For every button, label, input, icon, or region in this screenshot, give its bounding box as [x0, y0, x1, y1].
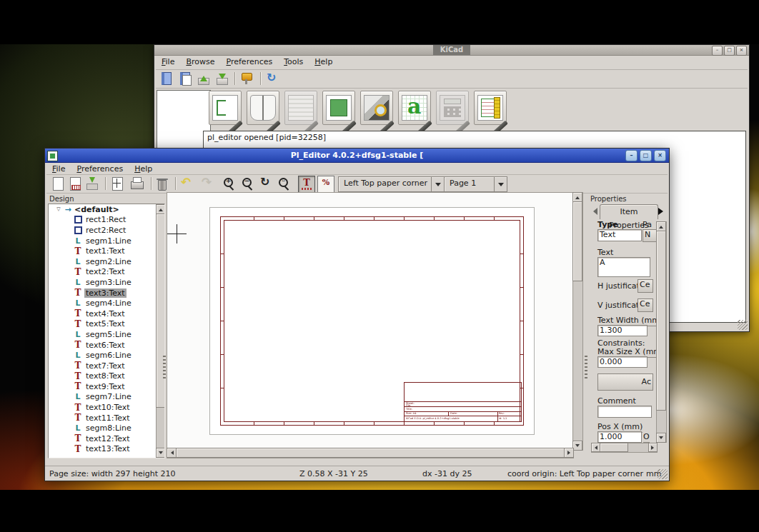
minimize-button[interactable]: – [625, 150, 638, 161]
tree-item[interactable]: text12:Text [49, 433, 164, 444]
tree-item[interactable]: text7:Text [49, 361, 164, 371]
tree-item[interactable]: segm1:Line [49, 236, 164, 246]
tree-item[interactable]: text3:Text [49, 288, 164, 298]
tree-item[interactable]: text8:Text [49, 371, 164, 382]
open-icon[interactable] [67, 176, 83, 191]
coord-origin-combo[interactable]: Left Top paper corner [338, 176, 445, 192]
scroll-right-icon[interactable] [564, 448, 574, 458]
tree-item[interactable]: segm4:Line [49, 298, 164, 308]
menu-item[interactable]: Preferences [71, 163, 129, 175]
design-tree-scrollbar[interactable] [156, 204, 165, 458]
text-mode-toggle[interactable]: T [298, 176, 315, 193]
new-project-icon[interactable] [159, 71, 174, 86]
scrollbar-thumb[interactable] [656, 231, 666, 411]
menu-item[interactable]: File [46, 163, 71, 175]
text-width-field[interactable]: 1.300 [597, 325, 648, 336]
tree-item[interactable]: text10:Text [49, 402, 164, 413]
tree-item[interactable]: segm8:Line [49, 423, 164, 433]
scroll-right-icon[interactable] [648, 443, 658, 452]
print-icon[interactable] [129, 176, 145, 191]
redo-icon[interactable] [200, 176, 216, 191]
unzip-archive-icon[interactable] [214, 71, 230, 86]
tree-item[interactable]: text11:Text [49, 413, 164, 423]
scroll-down-icon[interactable] [572, 441, 582, 451]
menu-item[interactable]: Help [309, 56, 338, 68]
comment-field[interactable] [597, 406, 652, 418]
tree-item[interactable]: text6:Text [49, 340, 164, 351]
zoom-fit-icon[interactable]: ▫ [277, 176, 292, 191]
h-justification-combo[interactable]: Ce [638, 279, 653, 293]
pl-editor-resize-grip[interactable] [658, 469, 668, 479]
new-icon[interactable] [50, 176, 66, 191]
tree-item[interactable]: segm5:Line [49, 329, 164, 340]
tab-scroll-right-icon[interactable] [658, 208, 667, 215]
tree-item[interactable]: segm3:Line [49, 277, 164, 288]
tree-root[interactable]: ▽ → <default> [49, 204, 164, 215]
undo-icon[interactable] [179, 176, 195, 191]
scrollbar-thumb[interactable] [572, 201, 582, 281]
menu-item[interactable]: Help [129, 163, 158, 175]
tree-item[interactable]: text13:Text [49, 444, 164, 455]
expander-icon[interactable]: ▽ [54, 206, 63, 212]
tree-item[interactable]: text2:Text [49, 267, 164, 278]
page-select-combo[interactable]: Page 1 [444, 176, 507, 192]
left-dock-sash[interactable] [163, 356, 166, 378]
accept-button[interactable]: Ac [597, 373, 653, 391]
maximize-button[interactable]: □ [640, 150, 652, 161]
max-size-x-field[interactable]: 0.000 [597, 356, 648, 368]
zip-archive-icon[interactable] [196, 71, 212, 86]
save-icon[interactable] [84, 176, 100, 191]
menu-item[interactable]: Preferences [220, 56, 278, 68]
properties-horizontal-scrollbar[interactable] [591, 443, 658, 453]
drawing-area[interactable]: Sheet: File: Title: Size: A4 Date: Rev: … [167, 192, 574, 449]
scroll-up-icon[interactable] [572, 192, 582, 202]
redraw-icon[interactable] [259, 176, 274, 191]
scrollbar-thumb[interactable] [600, 443, 628, 452]
tab-item-properties[interactable]: Item Properties [600, 204, 658, 219]
tree-item[interactable]: segm2:Line [49, 256, 164, 267]
schematic-library-editor-launcher[interactable] [247, 91, 279, 125]
open-project-icon[interactable] [177, 71, 193, 86]
eeschema-launcher[interactable] [209, 91, 242, 125]
footprint-editor-launcher[interactable] [322, 91, 355, 125]
pcb-calculator-launcher[interactable] [436, 91, 469, 125]
zoom-in-icon[interactable]: + [222, 176, 237, 191]
kicad-titlebar[interactable]: KiCad – □ × [154, 45, 749, 56]
scroll-down-icon[interactable] [156, 448, 165, 458]
maximize-button[interactable]: □ [724, 46, 735, 56]
close-button[interactable]: × [736, 46, 747, 56]
gerbview-launcher[interactable] [360, 91, 393, 125]
tree-item[interactable]: rect2:Rect [49, 225, 164, 236]
design-tree[interactable]: ▽ → <default> rect1:Rect rect2:Rect segm… [48, 204, 165, 458]
scrollbar-thumb[interactable] [156, 214, 165, 408]
type-field[interactable]: Text [597, 229, 642, 241]
page-settings-icon[interactable] [109, 176, 125, 191]
canvas-vertical-scrollbar[interactable] [572, 192, 583, 451]
scroll-up-icon[interactable] [156, 204, 165, 214]
tree-item[interactable]: text5:Text [49, 319, 164, 330]
chevron-down-icon[interactable] [494, 177, 507, 191]
chevron-down-icon[interactable] [431, 177, 444, 191]
tree-item[interactable]: segm7:Line [49, 392, 164, 403]
zoom-out-icon[interactable]: − [240, 176, 256, 191]
close-button[interactable]: × [654, 150, 666, 161]
pcbnew-launcher[interactable] [284, 91, 317, 125]
tree-item[interactable]: text4:Text [49, 308, 164, 319]
pos-x-field[interactable]: 1.000 [597, 431, 642, 443]
canvas-horizontal-scrollbar[interactable] [167, 448, 574, 458]
scrollbar-thumb[interactable] [176, 448, 565, 458]
pl-editor-launcher[interactable] [474, 91, 507, 125]
scroll-down-icon[interactable] [656, 433, 666, 443]
properties-vertical-scrollbar[interactable] [656, 221, 667, 443]
scroll-left-icon[interactable] [167, 448, 177, 458]
bug-report-icon[interactable] [239, 71, 254, 86]
bitmap2component-launcher[interactable] [398, 91, 431, 125]
refresh-icon[interactable] [264, 71, 280, 86]
minimize-button[interactable]: – [712, 46, 723, 56]
menu-item[interactable]: Tools [278, 56, 309, 68]
menu-item[interactable]: File [156, 56, 180, 68]
kicad-resize-grip[interactable] [738, 320, 748, 330]
tree-item[interactable]: rect1:Rect [49, 215, 164, 226]
tab-scroll-left-icon[interactable] [590, 208, 597, 215]
text-field[interactable]: A [597, 257, 650, 277]
